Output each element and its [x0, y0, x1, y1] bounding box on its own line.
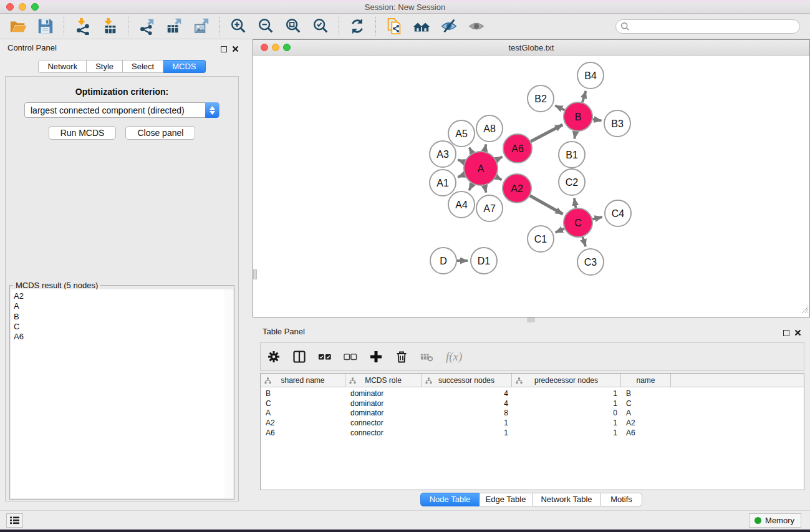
graph-edge-b-b1[interactable]	[574, 132, 576, 139]
close-panel-button[interactable]: Close panel	[125, 126, 195, 140]
result-item-c[interactable]: C	[14, 322, 224, 332]
memory-button[interactable]: Memory	[749, 513, 801, 528]
cell-shared-name: C	[261, 399, 345, 408]
result-item-a[interactable]: A	[14, 301, 224, 311]
network-window-titlebar[interactable]: testGlobe.txt	[253, 40, 809, 56]
tab-node-table[interactable]: Node Table	[420, 493, 480, 506]
table-row-c[interactable]: Cdominator41C	[261, 399, 804, 409]
zoom-selected-icon[interactable]	[311, 17, 330, 36]
dropdown-value: largest connected component (directed)	[31, 105, 185, 115]
tab-network-table[interactable]: Network Table	[533, 493, 601, 506]
export-table-icon[interactable]	[165, 17, 183, 36]
mcds-panel: Optimization criterion: largest connecte…	[5, 76, 239, 501]
graph-edge-c-c4[interactable]	[592, 217, 602, 220]
tab-edge-table[interactable]: Edge Table	[480, 493, 533, 506]
graph-edge-b-b2[interactable]	[555, 105, 564, 110]
column-browser-icon[interactable]	[292, 350, 306, 364]
import-network-icon[interactable]	[73, 17, 92, 36]
graph-edge-c-c1[interactable]	[556, 229, 564, 233]
table-tabs: Node TableEdge TableNetwork TableMotifs	[253, 493, 810, 506]
zoom-fit-icon[interactable]	[284, 17, 302, 36]
graph-node-label-c3: C3	[584, 257, 597, 268]
zoom-in-icon[interactable]	[229, 17, 248, 36]
graph-edge-a2-c[interactable]	[530, 196, 563, 215]
float-table-panel-icon[interactable]	[783, 330, 789, 336]
graph-edge-b-b3[interactable]	[593, 119, 602, 120]
graph-edge-a-a3[interactable]	[458, 160, 464, 162]
graph-edge-a-a4[interactable]	[469, 184, 473, 190]
refresh-icon[interactable]	[348, 17, 367, 36]
search-input[interactable]	[615, 19, 800, 34]
column-header-successor-nodes[interactable]: successor nodes	[422, 374, 512, 387]
result-item-a6[interactable]: A6	[14, 332, 224, 342]
tab-select[interactable]: Select	[123, 60, 163, 73]
tab-network[interactable]: Network	[38, 60, 87, 73]
graph-edge-a-a2[interactable]	[496, 177, 502, 180]
delete-column-trash-icon[interactable]	[395, 350, 408, 364]
network-canvas[interactable]: B4B2BB3A8A5A6B1A3AA1C2A2A4A7C4CC1C3DD1	[253, 56, 809, 317]
dropdown-stepper-icon	[205, 102, 219, 118]
graph-edge-a-a5[interactable]	[470, 148, 473, 153]
export-network-icon[interactable]	[137, 17, 156, 36]
cell-predecessor-nodes: 0	[512, 409, 621, 417]
graph-node-label-d: D	[440, 256, 447, 266]
zoom-out-icon[interactable]	[256, 17, 275, 36]
select-all-checkboxes-icon[interactable]	[318, 350, 332, 364]
delete-table-icon[interactable]	[420, 350, 434, 364]
network-window-title: testGlobe.txt	[253, 43, 809, 52]
tab-motifs[interactable]: Motifs	[601, 493, 642, 506]
optimization-criterion-dropdown[interactable]: largest connected component (directed)	[24, 102, 219, 118]
home-icon[interactable]	[412, 17, 431, 36]
show-view-eye-icon[interactable]	[467, 17, 486, 36]
graph-edge-b-b4[interactable]	[582, 91, 586, 102]
column-header-predecessor-nodes[interactable]: predecessor nodes	[512, 374, 621, 387]
network-view-window: testGlobe.txt B4B2BB3A8A5A6B1A3AA1C2A2A4…	[253, 39, 810, 317]
add-column-icon[interactable]	[369, 350, 383, 364]
duplicate-network-icon[interactable]	[385, 17, 403, 36]
splitter-handle[interactable]	[527, 317, 535, 322]
graph-node-label-c1: C1	[534, 234, 547, 244]
graph-edge-c-c3[interactable]	[582, 237, 586, 246]
graph-node-label-a2: A2	[511, 183, 523, 194]
resize-grip-icon[interactable]	[800, 305, 809, 316]
settings-gear-icon[interactable]	[267, 350, 281, 364]
hide-view-eye-slash-icon[interactable]	[440, 17, 458, 36]
open-folder-icon[interactable]	[9, 17, 27, 36]
table-row-a6[interactable]: A6connector11A6	[261, 428, 804, 438]
column-header-label: MCDS role	[345, 376, 421, 385]
canvas-scrollbar-thumb[interactable]	[253, 269, 257, 279]
run-mcds-button[interactable]: Run MCDS	[49, 126, 117, 140]
column-header-name[interactable]: name	[621, 374, 671, 387]
close-table-panel-icon[interactable]	[794, 327, 801, 339]
table-row-a2[interactable]: A2connector11A2	[261, 418, 804, 428]
table-row-a[interactable]: Adominator80A	[261, 409, 804, 418]
graph-node-label-b3: B3	[611, 118, 624, 129]
column-header-shared-name[interactable]: shared name	[261, 374, 345, 387]
graph-edge-c-c2[interactable]	[574, 198, 576, 208]
result-item-a2[interactable]: A2	[14, 291, 224, 301]
float-panel-icon[interactable]	[221, 46, 227, 52]
tab-mcds[interactable]: MCDS	[163, 60, 205, 73]
task-history-button[interactable]	[6, 513, 23, 528]
table-row-b[interactable]: Bdominator41B	[261, 389, 804, 399]
control-panel-tabs: NetworkStyleSelectMCDS	[0, 60, 244, 73]
close-panel-icon[interactable]	[232, 44, 239, 55]
import-table-icon[interactable]	[100, 17, 119, 36]
deselect-all-checkboxes-icon[interactable]	[344, 350, 357, 364]
column-header-label: name	[621, 376, 670, 385]
column-type-icon	[349, 377, 356, 386]
function-builder-icon[interactable]: f(x)	[446, 350, 462, 364]
result-list-scrollbar[interactable]	[224, 289, 233, 498]
graph-edge-a-a6[interactable]	[496, 157, 503, 160]
graph-edge-a-a7[interactable]	[485, 185, 486, 192]
tab-style[interactable]: Style	[87, 60, 123, 73]
node-table: shared nameMCDS rolesuccessor nodesprede…	[260, 373, 804, 490]
cell-predecessor-nodes: 1	[512, 428, 621, 437]
graph-edge-a6-b[interactable]	[531, 125, 562, 142]
save-icon[interactable]	[36, 17, 55, 36]
graph-edge-a-a8[interactable]	[485, 144, 486, 151]
column-header-mcds-role[interactable]: MCDS role	[345, 374, 422, 387]
result-item-b[interactable]: B	[14, 312, 224, 322]
graph-edge-a-a1[interactable]	[458, 175, 464, 177]
export-image-icon[interactable]	[192, 17, 211, 36]
